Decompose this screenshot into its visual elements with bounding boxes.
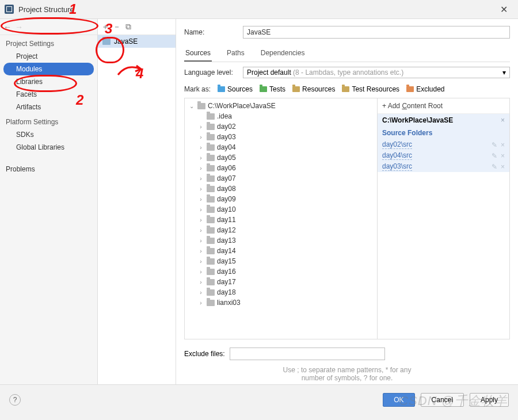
tree-row[interactable]: ›day07 [185,173,377,184]
source-folder-path[interactable]: day04\src [382,151,412,160]
close-icon[interactable]: ✕ [494,2,513,17]
tree-row[interactable]: ›day17 [185,277,377,287]
sidebar-toolbar: ← → [0,19,97,35]
tree-row[interactable]: .idea [185,111,377,121]
folder-icon [207,300,215,306]
ok-button[interactable]: OK [383,393,414,407]
chevron-right-icon: › [197,289,204,296]
module-item-javase[interactable]: JavaSE [98,35,176,48]
folder-icon [207,269,215,275]
tab-sources[interactable]: Sources [184,45,212,62]
chevron-right-icon: › [197,248,204,254]
tree-row[interactable]: ›day14 [185,246,377,256]
mark-excluded[interactable]: Excluded [406,85,444,93]
language-level-select[interactable]: Project default (8 - Lambdas, type annot… [243,67,510,78]
tree-row[interactable]: ›day08 [185,184,377,194]
section-head: Project Settings [0,35,97,50]
chevron-right-icon: › [197,269,204,275]
folder-icon [197,103,205,109]
mark-tests[interactable]: Tests [260,85,285,93]
folder-icon [207,289,215,296]
exclude-hint: Use ; to separate name patterns, * for a… [184,366,510,382]
sidebar-item-problems[interactable]: Problems [0,163,97,175]
tree-row[interactable]: ›day10 [185,204,377,215]
settings-sidebar: ← → Project Settings Project Modules Lib… [0,19,98,384]
add-module-icon[interactable]: ＋ [100,22,111,32]
folder-icon [207,196,215,203]
tree-row[interactable]: ›day06 [185,163,377,173]
sidebar-item-libraries[interactable]: Libraries [0,75,97,88]
tree-row[interactable]: ›day13 [185,235,377,246]
sidebar-item-artifacts[interactable]: Artifacts [0,101,97,113]
apply-button[interactable]: Apply [470,393,509,407]
folder-icon [207,238,215,244]
module-list-column: ＋ － ⧉ JavaSE [98,19,176,384]
tree-row[interactable]: ›day09 [185,194,377,204]
edit-icon[interactable]: ✎ [492,163,497,171]
module-name-input[interactable] [243,26,510,39]
sidebar-item-facets[interactable]: Facets [0,88,97,101]
folder-icon [207,279,215,285]
tree-row[interactable]: ›day02 [185,121,377,132]
sidebar-item-sdks[interactable]: SDKs [0,128,97,141]
source-folder-path[interactable]: day02\src [382,140,412,149]
chevron-right-icon: › [197,175,204,182]
chevron-right-icon: › [197,258,204,265]
tree-row[interactable]: ›day11 [185,215,377,225]
chevron-down-icon: ▾ [502,68,506,77]
content-tree[interactable]: ⌄ C:\WorkPlace\JavaSE .idea›day02›day03›… [185,98,377,339]
remove-icon[interactable]: × [501,152,505,160]
tree-row[interactable]: ›day03 [185,132,377,142]
cancel-button[interactable]: Cancel [421,393,464,407]
mark-sources[interactable]: Sources [218,85,253,93]
folder-icon [207,155,215,161]
content-root-path[interactable]: C:\WorkPlace\JavaSE × [378,114,509,127]
copy-module-icon[interactable]: ⧉ [123,22,134,32]
dialog-button-bar: ? OK Cancel Apply [0,384,518,414]
excluded-folder-icon [406,86,414,92]
content-roots-panel: + Add Content Root C:\WorkPlace\JavaSE ×… [377,98,509,339]
sidebar-item-project[interactable]: Project [0,50,97,63]
sidebar-item-global-libraries[interactable]: Global Libraries [0,141,97,154]
source-folders-header: Source Folders [378,127,509,139]
forward-icon[interactable]: → [15,22,23,32]
app-icon [5,5,14,14]
tab-paths[interactable]: Paths [226,45,246,62]
chevron-right-icon: › [197,300,204,306]
tree-row[interactable]: ›day12 [185,225,377,235]
tree-row[interactable]: ›day18 [185,287,377,297]
mark-resources[interactable]: Resources [292,85,335,93]
remove-icon[interactable]: × [501,141,505,149]
chevron-right-icon: › [197,227,204,234]
remove-root-icon[interactable]: × [501,116,505,124]
tree-root[interactable]: ⌄ C:\WorkPlace\JavaSE [185,101,377,111]
sidebar-item-modules[interactable]: Modules [3,63,94,75]
chevron-right-icon: › [197,207,204,213]
tab-dependencies[interactable]: Dependencies [260,45,306,62]
edit-icon[interactable]: ✎ [492,152,497,160]
resources-folder-icon [292,86,300,92]
language-level-row: Language level: Project default (8 - Lam… [184,67,510,78]
module-config-panel: Name: Sources Paths Dependencies Languag… [176,19,518,384]
source-folder-path[interactable]: day03\src [382,162,412,171]
mark-test-resources[interactable]: Test Resources [342,85,399,93]
remove-module-icon[interactable]: － [112,22,122,32]
tree-row[interactable]: ›day05 [185,152,377,163]
back-icon[interactable]: ← [3,22,12,32]
sources-folder-icon [218,86,225,92]
chevron-right-icon: › [197,238,204,244]
tree-row[interactable]: ›day16 [185,266,377,277]
main-layout: ← → Project Settings Project Modules Lib… [0,18,518,384]
exclude-files-input[interactable] [230,348,385,360]
tree-row[interactable]: ›day15 [185,256,377,266]
exclude-files-label: Exclude files: [184,350,225,358]
folder-icon [207,124,215,130]
mark-as-row: Mark as: Sources Tests Resources Test Re… [184,85,510,93]
help-icon[interactable]: ? [9,394,21,406]
edit-icon[interactable]: ✎ [492,141,497,149]
tree-row[interactable]: ›lianxi03 [185,297,377,308]
add-content-root[interactable]: + Add Content Root [378,98,509,114]
remove-icon[interactable]: × [501,163,505,171]
chevron-down-icon: ⌄ [188,103,195,109]
tree-row[interactable]: ›day04 [185,142,377,152]
